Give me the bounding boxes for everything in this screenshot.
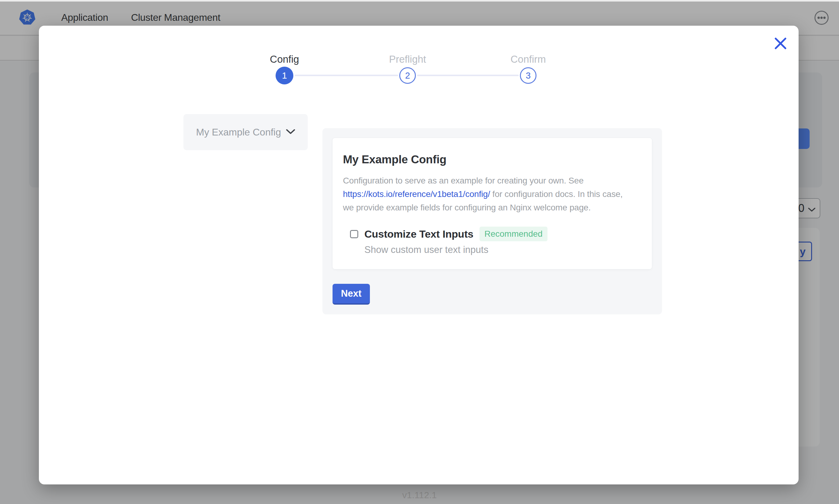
step-label-config: Config (236, 54, 333, 65)
config-group-title: My Example Config (343, 153, 641, 166)
config-wizard-modal: Config Preflight Confirm 1 2 3 My Exampl… (39, 26, 799, 484)
config-group-selector[interactable]: My Example Config (184, 114, 308, 150)
stepper-connector (295, 75, 398, 76)
customize-text-inputs-label: Customize Text Inputs (364, 228, 474, 240)
close-icon[interactable] (773, 36, 788, 51)
config-group-card: My Example Config Configuration to serve… (332, 138, 652, 269)
config-group-description: Configuration to serve as an example for… (343, 174, 641, 214)
config-group-selector-label: My Example Config (196, 127, 281, 138)
next-button[interactable]: Next (332, 284, 370, 305)
page: { "app": { "top_nav": { "logo_icon": "ku… (0, 0, 839, 504)
chevron-down-icon (286, 129, 295, 136)
step-circle-1[interactable]: 1 (276, 67, 293, 85)
customize-text-inputs-checkbox[interactable] (350, 230, 358, 238)
description-line-2: for configuration docs. In this case, (490, 189, 623, 199)
step-circle-3[interactable]: 3 (520, 67, 536, 84)
step-circle-2[interactable]: 2 (399, 67, 416, 84)
customize-text-inputs-help: Show custom user text inputs (364, 244, 641, 255)
description-line-3: we provide example fields for configurin… (343, 203, 591, 212)
customize-text-inputs-row: Customize Text Inputs Recommended (350, 227, 641, 241)
recommended-badge: Recommended (480, 227, 548, 241)
config-docs-link[interactable]: https://kots.io/reference/v1beta1/config… (343, 189, 490, 199)
config-panel: My Example Config Configuration to serve… (322, 128, 662, 314)
step-label-preflight: Preflight (359, 54, 457, 65)
stepper-connector (417, 75, 519, 76)
viewport-top-strip (0, 0, 839, 2)
step-label-confirm: Confirm (479, 54, 577, 65)
description-line-1: Configuration to serve as an example for… (343, 176, 584, 185)
